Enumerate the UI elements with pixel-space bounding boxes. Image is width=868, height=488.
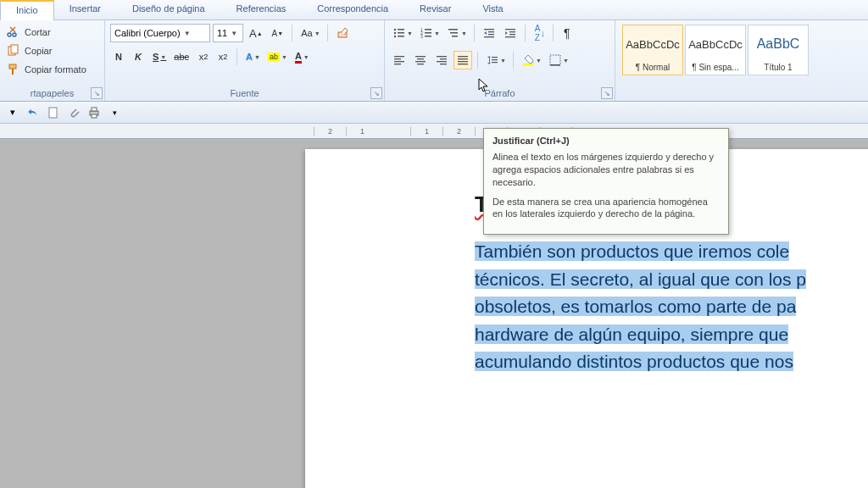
cortar-button[interactable]: Cortar <box>5 23 53 42</box>
qat-more[interactable]: ▾ <box>107 105 122 120</box>
style-name: ¶ Normal <box>636 63 670 75</box>
svg-rect-42 <box>458 56 468 57</box>
group-parrafo: ▼ 123▼ ▼ AZ↓ ¶ ▼ ▼ ▼ <box>385 20 615 101</box>
font-size-value: 11 <box>217 28 227 38</box>
separator <box>236 48 237 65</box>
separator <box>477 52 478 69</box>
svg-rect-22 <box>484 29 494 30</box>
svg-rect-55 <box>92 108 97 111</box>
svg-rect-34 <box>415 56 426 57</box>
svg-rect-38 <box>437 56 447 57</box>
italic-button[interactable]: K <box>130 47 147 66</box>
strikethrough-button[interactable]: abc <box>170 47 192 66</box>
fuente-dialog-launcher[interactable]: ↘ <box>370 87 382 99</box>
svg-rect-44 <box>458 61 468 62</box>
subscript-button[interactable]: x2 <box>195 47 212 66</box>
align-left-button[interactable] <box>390 51 409 69</box>
font-family-value: Calibri (Cuerpo) <box>114 28 181 38</box>
svg-rect-26 <box>505 29 515 30</box>
document-workspace: 2 1 1 2 3 4 5 6 Justificar (Ctrl+J) Alin… <box>0 124 868 488</box>
bullets-button[interactable]: ▼ <box>390 24 415 42</box>
multilevel-list-button[interactable]: ▼ <box>444 24 469 42</box>
format-painter-icon <box>7 63 20 76</box>
underline-button[interactable]: S▼ <box>149 47 168 66</box>
grow-font-button[interactable]: A▲ <box>246 24 266 42</box>
shrink-font-button[interactable]: A▼ <box>269 24 287 42</box>
tooltip-text-2: De esta manera se crea una apariencia ho… <box>492 196 720 221</box>
align-center-button[interactable] <box>411 51 430 69</box>
sort-button[interactable]: AZ↓ <box>531 24 548 42</box>
show-paragraph-marks-button[interactable]: ¶ <box>559 24 576 42</box>
borders-button[interactable]: ▼ <box>546 51 570 69</box>
parrafo-dialog-launcher[interactable]: ↘ <box>601 87 613 99</box>
fuente-group-label: Fuente <box>110 86 379 101</box>
portapapeles-dialog-launcher[interactable]: ↘ <box>91 87 103 99</box>
svg-rect-20 <box>450 32 458 34</box>
horizontal-ruler[interactable]: 2 1 1 2 3 4 5 6 <box>0 124 868 139</box>
svg-point-7 <box>394 29 396 30</box>
style-preview: AaBbCcDc <box>688 25 743 63</box>
parrafo-group-label: Párrafo <box>390 86 609 101</box>
clear-formatting-button[interactable] <box>333 24 353 42</box>
tab-vista[interactable]: Vista <box>467 0 519 19</box>
numbering-button[interactable]: 123▼ <box>417 24 442 42</box>
tab-referencias[interactable]: Referencias <box>221 0 303 19</box>
svg-rect-10 <box>398 32 404 34</box>
line-spacing-button[interactable]: ▼ <box>483 51 508 69</box>
ribbon: Cortar Copiar Copiar formato rtapapeles … <box>0 20 868 102</box>
svg-rect-36 <box>415 61 426 62</box>
svg-rect-21 <box>452 36 458 37</box>
decrease-indent-button[interactable] <box>480 24 498 42</box>
tab-revisar[interactable]: Revisar <box>404 0 467 19</box>
style-preview: AaBbCcDc <box>626 25 680 63</box>
svg-rect-46 <box>489 57 490 64</box>
copiar-formato-button[interactable]: Copiar formato <box>5 60 88 79</box>
tooltip-title: Justificar (Ctrl+J) <box>492 136 720 146</box>
document-body[interactable]: También son productos que iremos cole té… <box>475 238 868 376</box>
font-color-button[interactable]: A▼ <box>292 47 311 66</box>
tab-insertar[interactable]: Insertar <box>54 0 117 19</box>
copiar-formato-label: Copiar formato <box>25 64 86 75</box>
justify-tooltip: Justificar (Ctrl+J) Alinea el texto en l… <box>483 128 729 235</box>
tab-diseno-pagina[interactable]: Diseño de página <box>117 0 221 19</box>
text-effects-button[interactable]: A▼ <box>242 47 262 66</box>
align-right-button[interactable] <box>432 51 451 69</box>
svg-rect-51 <box>550 55 560 65</box>
print-button[interactable] <box>86 105 102 120</box>
change-case-button[interactable]: Aa▼ <box>298 24 321 42</box>
highlight-button[interactable]: ab▼ <box>264 47 289 66</box>
svg-rect-31 <box>394 58 401 59</box>
qat-dropdown[interactable]: ▾ <box>5 105 20 120</box>
shading-button[interactable]: ▼ <box>519 51 543 69</box>
group-fuente: Calibri (Cuerpo)▼ 11▼ A▲ A▼ Aa▼ N K S▼ a… <box>105 20 385 101</box>
font-size-combo[interactable]: 11▼ <box>213 24 243 42</box>
svg-rect-30 <box>394 56 404 57</box>
style-titulo-1[interactable]: AaBbC Título 1 <box>748 25 809 75</box>
group-portapapeles: Cortar Copiar Copiar formato rtapapeles … <box>0 20 105 101</box>
copiar-label: Copiar <box>25 46 52 56</box>
style-preview: AaBbC <box>757 25 800 63</box>
svg-rect-50 <box>523 64 533 66</box>
undo-button[interactable] <box>25 105 41 120</box>
attach-button[interactable] <box>66 105 81 120</box>
copiar-button[interactable]: Copiar <box>5 42 53 60</box>
svg-rect-35 <box>417 58 424 59</box>
svg-rect-45 <box>458 64 468 64</box>
svg-rect-12 <box>398 36 404 37</box>
tab-correspondencia[interactable]: Correspondencia <box>302 0 404 19</box>
svg-rect-8 <box>398 29 404 30</box>
tab-inicio[interactable]: Inicio <box>0 0 54 20</box>
svg-rect-52 <box>550 64 560 66</box>
new-doc-button[interactable] <box>46 105 61 120</box>
chevron-down-icon: ▼ <box>184 30 191 37</box>
svg-rect-28 <box>509 34 515 35</box>
increase-indent-button[interactable] <box>501 24 520 42</box>
superscript-button[interactable]: x2 <box>214 47 231 66</box>
svg-rect-39 <box>440 58 447 59</box>
font-family-combo[interactable]: Calibri (Cuerpo)▼ <box>110 24 210 42</box>
justify-button[interactable] <box>453 51 472 69</box>
chevron-down-icon: ▼ <box>231 30 237 37</box>
style-normal[interactable]: AaBbCcDc ¶ Normal <box>622 25 683 75</box>
bold-button[interactable]: N <box>110 47 127 66</box>
style-sin-espaciado[interactable]: AaBbCcDc ¶ Sin espa... <box>685 25 746 75</box>
